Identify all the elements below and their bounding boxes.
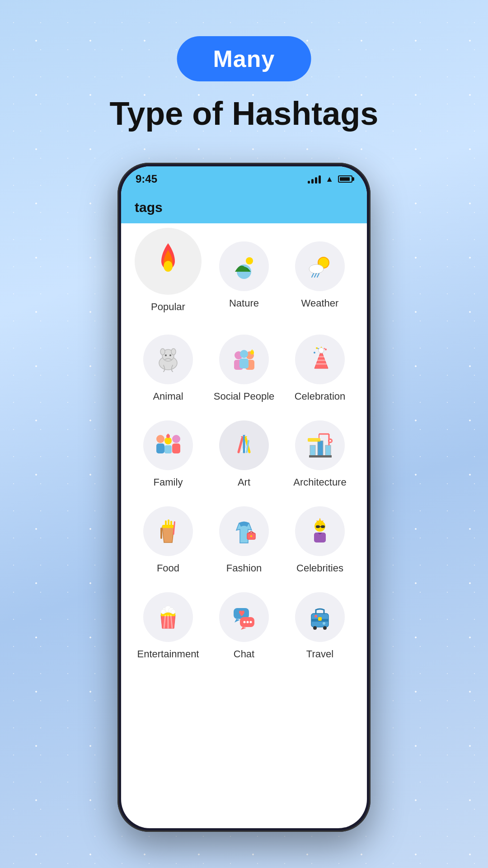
main-title: Type of Hashtags	[110, 95, 379, 132]
svg-point-31	[156, 435, 164, 443]
svg-rect-46	[310, 445, 315, 456]
hashtag-grid: Animal Social People	[121, 317, 367, 675]
svg-point-89	[323, 626, 327, 630]
food-icon-circle	[143, 506, 193, 556]
side-items-row1: Nature Weather	[206, 228, 358, 309]
svg-point-25	[316, 347, 318, 349]
svg-point-33	[172, 435, 180, 443]
phone-inner: 9:45 ▲ tags	[121, 166, 367, 828]
svg-point-12	[165, 354, 167, 356]
celebrities-label: Celebrities	[296, 562, 343, 574]
svg-point-91	[323, 622, 325, 625]
svg-point-35	[164, 437, 172, 444]
svg-rect-32	[156, 443, 164, 453]
list-item[interactable]: Art	[206, 412, 282, 498]
celebration-icon-circle	[295, 335, 345, 384]
travel-icon-circle	[295, 592, 345, 642]
svg-point-83	[247, 621, 249, 623]
animal-icon-circle	[143, 335, 193, 384]
popular-icon-circle	[135, 228, 202, 295]
svg-point-64	[250, 535, 252, 537]
food-label: Food	[157, 562, 179, 574]
list-item[interactable]: Celebration	[282, 326, 358, 412]
list-item[interactable]: Food	[130, 498, 206, 584]
celebration-label: Celebration	[295, 391, 346, 402]
status-bar: 9:45 ▲	[121, 166, 367, 192]
list-item[interactable]: Fashion	[206, 498, 282, 584]
svg-point-4	[309, 264, 324, 274]
animal-label: Animal	[153, 391, 183, 402]
svg-point-11	[171, 349, 176, 355]
fashion-icon-circle	[219, 506, 269, 556]
svg-point-26	[325, 349, 327, 350]
chat-icon-circle	[219, 592, 269, 642]
svg-point-13	[169, 354, 171, 356]
svg-line-24	[318, 348, 319, 349]
list-item[interactable]: Celebrities	[282, 498, 358, 584]
svg-point-82	[244, 621, 246, 623]
svg-rect-59	[165, 520, 167, 528]
nature-icon-circle	[219, 241, 269, 291]
svg-point-20	[250, 351, 254, 354]
svg-point-18	[240, 350, 248, 358]
many-badge: Many	[177, 36, 311, 81]
art-label: Art	[238, 476, 250, 488]
svg-rect-61	[170, 521, 172, 527]
svg-rect-87	[318, 617, 322, 621]
signal-icon	[308, 175, 321, 184]
svg-line-7	[312, 274, 314, 277]
svg-point-21	[319, 348, 324, 353]
popular-row: Popular Nature	[121, 223, 367, 317]
svg-point-88	[313, 626, 317, 630]
popular-label: Popular	[151, 301, 185, 313]
social-people-label: Social People	[214, 391, 275, 402]
list-item[interactable]: Social People	[206, 326, 282, 412]
list-item[interactable]: Family	[130, 412, 206, 498]
svg-rect-58	[160, 528, 162, 539]
entertainment-label: Entertainment	[137, 648, 199, 660]
list-item[interactable]: Entertainment	[130, 584, 206, 670]
list-item[interactable]: Animal	[130, 326, 206, 412]
chat-label: Chat	[234, 648, 254, 660]
svg-rect-68	[321, 525, 325, 528]
status-icons: ▲	[308, 175, 352, 184]
svg-rect-67	[316, 525, 320, 528]
svg-point-76	[171, 609, 175, 614]
app-header-title: tags	[135, 200, 163, 215]
weather-label: Weather	[301, 297, 339, 309]
svg-point-75	[161, 609, 165, 614]
list-item[interactable]: Popular	[130, 228, 206, 313]
phone-frame: 9:45 ▲ tags	[117, 163, 371, 832]
list-item[interactable]: Weather	[295, 241, 345, 309]
list-item[interactable]: Travel	[282, 584, 358, 670]
family-label: Family	[154, 476, 183, 488]
wifi-icon: ▲	[325, 175, 333, 184]
svg-rect-53	[308, 438, 320, 442]
status-time: 9:45	[136, 173, 157, 185]
travel-label: Travel	[306, 648, 333, 660]
svg-point-10	[160, 349, 165, 355]
svg-rect-47	[318, 441, 323, 456]
svg-point-0	[164, 261, 173, 272]
architecture-icon-circle	[295, 420, 345, 470]
svg-rect-36	[164, 445, 172, 453]
app-header: tags	[121, 192, 367, 223]
list-item[interactable]: Architecture	[282, 412, 358, 498]
svg-rect-34	[172, 443, 180, 453]
battery-icon	[338, 175, 352, 183]
architecture-label: Architecture	[293, 476, 346, 488]
list-item[interactable]: Nature	[219, 241, 269, 309]
svg-line-5	[314, 274, 316, 277]
svg-rect-48	[325, 445, 331, 456]
svg-rect-60	[168, 519, 169, 528]
svg-point-27	[314, 352, 315, 354]
family-icon-circle	[143, 420, 193, 470]
svg-rect-19	[239, 359, 249, 368]
svg-rect-49	[309, 455, 332, 458]
nature-label: Nature	[229, 297, 259, 309]
entertainment-icon-circle	[143, 592, 193, 642]
social-people-icon-circle	[219, 335, 269, 384]
weather-icon-circle	[295, 241, 345, 291]
list-item[interactable]: Chat	[206, 584, 282, 670]
svg-point-84	[250, 621, 252, 623]
